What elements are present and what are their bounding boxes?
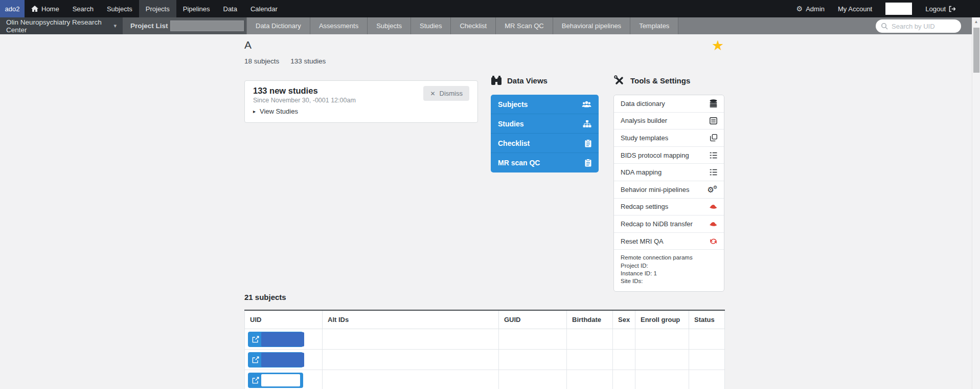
nav-item-label: Search bbox=[73, 5, 94, 13]
data-view-label: Studies bbox=[498, 120, 524, 128]
center-selector[interactable]: Olin Neuropsychiatry Research Center ▾ bbox=[0, 17, 123, 34]
tool-reset-mri-qa[interactable]: Reset MRI QA bbox=[614, 233, 724, 250]
tab-assessments[interactable]: Assessments bbox=[310, 17, 367, 34]
nav-item-pipelines[interactable]: Pipelines bbox=[176, 0, 217, 17]
nav-item-subjects[interactable]: Subjects bbox=[100, 0, 139, 17]
vertical-scrollbar[interactable]: ▲ bbox=[972, 17, 980, 389]
col-header-guid: GUID bbox=[499, 310, 567, 329]
view-studies-toggle[interactable]: ▸ View Studies bbox=[253, 107, 469, 115]
dismiss-label: Dismiss bbox=[440, 90, 463, 97]
tab-checklist[interactable]: Checklist bbox=[450, 17, 495, 34]
scroll-up-arrow-icon[interactable]: ▲ bbox=[972, 17, 980, 24]
tool-bids-protocol-mapping[interactable]: BIDS protocol mapping bbox=[614, 147, 724, 164]
data-view-checklist[interactable]: Checklist bbox=[491, 134, 599, 153]
gear-icon: ⚙ bbox=[796, 5, 803, 12]
col-header-birthdate: Birthdate bbox=[567, 310, 613, 329]
subject-count: 18 subjects bbox=[244, 57, 279, 65]
sitemap-icon bbox=[583, 120, 591, 127]
logout-icon bbox=[949, 6, 955, 12]
uid-cell bbox=[245, 329, 323, 350]
logout-link[interactable]: Logout bbox=[925, 5, 955, 13]
status-cell bbox=[689, 370, 725, 389]
nav-item-label: Projects bbox=[146, 5, 170, 13]
alt-ids-cell bbox=[323, 329, 499, 350]
data-view-subjects[interactable]: Subjects bbox=[491, 95, 599, 114]
tool-analysis-builder[interactable]: Analysis builder bbox=[614, 113, 724, 130]
tool-redcap-to-nidb-transfer[interactable]: Redcap to NiDB transfer bbox=[614, 215, 724, 233]
redacted-uid bbox=[261, 332, 304, 347]
project-filter-input[interactable] bbox=[170, 20, 244, 31]
uid-cell bbox=[245, 350, 323, 370]
tool-nda-mapping[interactable]: NDA mapping bbox=[614, 164, 724, 181]
uid-button[interactable] bbox=[248, 332, 303, 347]
tab-data-dictionary[interactable]: Data Dictionary bbox=[246, 17, 310, 34]
site-ids-line: Site IDs: bbox=[621, 277, 717, 285]
scrollbar-thumb[interactable] bbox=[973, 28, 979, 73]
tool-behavior-mini-pipelines[interactable]: Behavior mini-pipelines ⚙⚙ bbox=[614, 181, 724, 199]
tab-templates[interactable]: Templates bbox=[630, 17, 678, 34]
col-header-uid: UID bbox=[245, 310, 323, 329]
admin-label: Admin bbox=[806, 5, 825, 13]
search-input[interactable] bbox=[892, 23, 953, 30]
tab-mr-scan-qc[interactable]: MR Scan QC bbox=[495, 17, 553, 34]
admin-link[interactable]: ⚙ Admin bbox=[796, 5, 825, 13]
external-link-icon bbox=[252, 377, 259, 384]
uid-button[interactable] bbox=[248, 373, 303, 388]
main-nav: Home Search Subjects Projects Pipelines … bbox=[25, 0, 284, 17]
tool-study-templates[interactable]: Study templates bbox=[614, 129, 724, 147]
tab-label: Data Dictionary bbox=[256, 22, 301, 30]
instance-id-line: Instance ID: 1 bbox=[621, 270, 717, 277]
nav-item-data[interactable]: Data bbox=[217, 0, 244, 17]
remote-params-title: Remote connection params bbox=[621, 254, 717, 262]
nav-item-projects[interactable]: Projects bbox=[139, 0, 176, 17]
tab-studies[interactable]: Studies bbox=[411, 17, 450, 34]
uid-button[interactable] bbox=[248, 352, 303, 368]
my-account-link[interactable]: My Account bbox=[838, 5, 872, 13]
tools-settings-title: Tools & Settings bbox=[630, 76, 690, 85]
star-icon[interactable]: ★ bbox=[712, 39, 724, 53]
brand-badge[interactable]: ado2 bbox=[0, 0, 25, 17]
database-icon bbox=[710, 99, 717, 107]
tab-label: Templates bbox=[639, 22, 669, 30]
col-header-alt-ids: Alt IDs bbox=[323, 310, 499, 329]
tool-data-dictionary[interactable]: Data dictionary bbox=[614, 95, 724, 113]
data-view-studies[interactable]: Studies bbox=[491, 114, 599, 134]
table-row bbox=[245, 329, 725, 350]
sex-cell bbox=[613, 370, 635, 389]
tool-label: Analysis builder bbox=[621, 117, 667, 124]
status-cell bbox=[689, 329, 725, 350]
dismiss-button[interactable]: ✕ Dismiss bbox=[423, 86, 469, 101]
project-tabs: Data Dictionary Assessments Subjects Stu… bbox=[246, 17, 678, 34]
clipboard-icon bbox=[585, 139, 591, 147]
birthdate-cell bbox=[567, 370, 613, 389]
uid-cell bbox=[245, 370, 323, 389]
tab-label: Assessments bbox=[319, 22, 358, 30]
guid-cell bbox=[499, 350, 567, 370]
tab-behavioral-pipelines[interactable]: Behavioral pipelines bbox=[553, 17, 630, 34]
search-icon bbox=[881, 23, 888, 30]
tool-redcap-settings[interactable]: Redcap settings bbox=[614, 199, 724, 216]
nav-item-label: Pipelines bbox=[183, 5, 210, 13]
subjects-table: UID Alt IDs GUID Birthdate Sex Enroll gr… bbox=[244, 310, 725, 389]
project-list-link[interactable]: Project List bbox=[123, 22, 168, 30]
nav-item-home[interactable]: Home bbox=[25, 0, 66, 17]
data-view-mr-scan-qc[interactable]: MR scan QC bbox=[491, 153, 599, 172]
nav-item-calendar[interactable]: Calendar bbox=[244, 0, 284, 17]
sex-cell bbox=[613, 329, 635, 350]
tab-label: MR Scan QC bbox=[505, 22, 544, 30]
project-list-segment: Project List bbox=[123, 17, 246, 34]
external-link-icon bbox=[252, 336, 259, 343]
birthdate-cell bbox=[567, 329, 613, 350]
col-header-status: Status bbox=[689, 310, 725, 329]
tab-subjects[interactable]: Subjects bbox=[367, 17, 411, 34]
nav-item-search[interactable]: Search bbox=[66, 0, 100, 17]
nav-item-label: Subjects bbox=[107, 5, 132, 13]
tools-settings-heading: Tools & Settings bbox=[613, 75, 690, 86]
tools-settings-panel: Data dictionary Analysis builder Study t… bbox=[613, 95, 724, 292]
tool-label: NDA mapping bbox=[621, 168, 662, 176]
enroll-group-cell bbox=[635, 370, 689, 389]
tool-label: Reset MRI QA bbox=[621, 237, 664, 245]
center-name: Olin Neuropsychiatry Research Center bbox=[6, 18, 106, 34]
page-title: A bbox=[244, 39, 252, 51]
nav-item-label: Calendar bbox=[250, 5, 278, 13]
